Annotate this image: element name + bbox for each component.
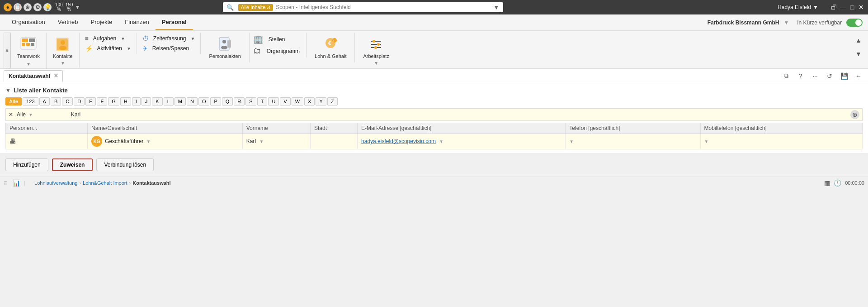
filter-value-input[interactable] (71, 111, 161, 118)
search-filter-btn[interactable]: Alle Inhalte ⊿ (238, 4, 273, 11)
gear-icon[interactable]: ⚙ (33, 3, 42, 11)
filter-dropdown-icon[interactable]: ▼ (28, 112, 33, 117)
tab-close-btn[interactable]: ✕ (54, 73, 58, 79)
alpha-btn-s[interactable]: S (245, 97, 256, 106)
email-link[interactable]: hadya.eisfeld@scopevisio.com (361, 138, 436, 144)
alpha-btn-m[interactable]: M (175, 97, 186, 106)
kontakte-btn[interactable]: Kontakte (50, 34, 75, 61)
alpha-btn-e[interactable]: E (85, 97, 96, 106)
email-dropdown[interactable]: ▼ (439, 139, 443, 144)
refresh-btn[interactable]: ↺ (824, 70, 835, 82)
alpha-btn-u[interactable]: U (268, 97, 279, 106)
table-row[interactable]: 🖶 KG Geschäftsführer ▼ Karl ▼ hadya.eisf… (6, 134, 863, 149)
nav-organisation[interactable]: Organisation (5, 15, 52, 30)
ribbon-expand-btn[interactable]: ▼ (853, 48, 864, 60)
zeiterfassung-btn[interactable]: Zeiterfassung (151, 34, 189, 43)
alpha-btn-r[interactable]: R (234, 97, 245, 106)
breadcrumb-1[interactable]: Lohnlaufverwaltung (34, 180, 77, 186)
lohn-gehalt-btn[interactable]: € ! Lohn & Gehalt (312, 34, 349, 61)
alpha-btn-h[interactable]: H (120, 97, 131, 106)
name-dropdown[interactable]: ▼ (146, 139, 151, 144)
telefon-dropdown[interactable]: ▼ (569, 139, 574, 144)
aktivitaeten-dropdown[interactable]: ▼ (127, 46, 131, 51)
search-input[interactable] (276, 4, 493, 10)
alpha-btn-l[interactable]: L (164, 97, 174, 106)
teamwork-btn[interactable]: Teamwork (14, 34, 42, 61)
aktivitaeten-btn[interactable]: Aktivitäten (94, 44, 125, 53)
alpha-btn-y[interactable]: Y (316, 97, 326, 106)
availability-toggle[interactable] (846, 19, 863, 27)
help-btn[interactable]: ? (795, 70, 807, 82)
organigramm-btn[interactable]: Organigramm (264, 47, 302, 55)
ribbon-side-expand[interactable]: ≡ (4, 33, 11, 68)
zeiterfassung-dropdown[interactable]: ▼ (191, 36, 195, 41)
alpha-btn-t[interactable]: T (257, 97, 268, 106)
ribbon-collapse-btn[interactable]: ▲ (853, 34, 864, 46)
alpha-btn-n[interactable]: N (187, 97, 198, 106)
back-btn[interactable]: ← (853, 70, 864, 82)
alpha-btn-w[interactable]: W (292, 97, 303, 106)
stellen-btn[interactable]: Stellen (266, 35, 288, 43)
mobil-dropdown[interactable]: ▼ (704, 139, 709, 144)
company-dropdown[interactable]: ▼ (783, 19, 789, 26)
dropdown-arrow[interactable]: ▼ (75, 4, 80, 10)
kontakte-dropdown[interactable]: ▼ (50, 61, 75, 66)
close-btn[interactable]: ✕ (858, 4, 864, 10)
aufgaben-btn[interactable]: Aufgaben (90, 34, 119, 43)
nav-finanzen[interactable]: Finanzen (118, 15, 155, 30)
alpha-btn-j[interactable]: J (142, 97, 151, 106)
alpha-btn-123[interactable]: 123 (23, 97, 38, 106)
table-view-icon[interactable]: ▦ (824, 179, 830, 187)
alpha-btn-v[interactable]: V (280, 97, 290, 106)
vorname-dropdown[interactable]: ▼ (259, 139, 264, 144)
minimize-btn[interactable]: — (840, 4, 846, 10)
more-btn[interactable]: ··· (809, 70, 821, 82)
chart-icon[interactable]: 📊 (13, 179, 20, 187)
bulb-icon[interactable]: 💡 (43, 3, 52, 11)
aufgaben-dropdown[interactable]: ▼ (121, 36, 125, 41)
add-icon[interactable]: ⊕ (24, 3, 32, 11)
alpha-btn-x[interactable]: X (304, 97, 315, 106)
stellen-row: 🏢 Stellen (253, 34, 302, 44)
filter-add-btn[interactable]: ⊕ (850, 110, 859, 119)
alpha-btn-k[interactable]: K (152, 97, 162, 106)
bottom-buttons: Hinzufügen Zuweisen Verbindung lösen (0, 153, 868, 177)
statusbar-left-icons: ≡ 📊 | (4, 179, 27, 187)
hinzufuegen-btn[interactable]: Hinzufügen (5, 158, 48, 171)
alpha-btn-q[interactable]: Q (222, 97, 233, 106)
zuweisen-btn[interactable]: Zuweisen (52, 158, 93, 171)
td-email[interactable]: hadya.eisfeld@scopevisio.com ▼ (358, 134, 566, 149)
filter-status-icon[interactable]: ≡ (4, 179, 7, 187)
search-bar[interactable]: 🔍 Alle Inhalte ⊿ ▼ (223, 2, 503, 12)
user-menu[interactable]: Hadya Eisfeld ▼ (778, 4, 818, 10)
alpha-btn-d[interactable]: D (74, 97, 85, 106)
alpha-btn-z[interactable]: Z (327, 97, 338, 106)
alpha-btn-f[interactable]: F (97, 97, 107, 106)
alpha-btn-c[interactable]: C (62, 97, 73, 106)
breadcrumb-2[interactable]: Lohn&Gehalt Import (83, 180, 127, 186)
nav-personal[interactable]: Personal (156, 15, 193, 30)
maximize-btn[interactable]: □ (849, 4, 855, 10)
alpha-btn-o[interactable]: O (198, 97, 210, 106)
copy-btn[interactable]: ⧉ (780, 70, 792, 82)
save-btn[interactable]: 💾 (838, 70, 850, 82)
nav-vertrieb[interactable]: Vertrieb (52, 15, 85, 30)
clipboard-icon[interactable]: 📋 (14, 3, 22, 11)
arbeitsplatz-btn[interactable]: Arbeitsplatz (360, 34, 392, 61)
alpha-btn-b[interactable]: B (51, 97, 61, 106)
alpha-btn-i[interactable]: I (132, 97, 141, 106)
arbeitsplatz-dropdown[interactable]: ▼ (374, 61, 378, 66)
verbindung-loesen-btn[interactable]: Verbindung lösen (96, 158, 154, 171)
reisen-btn[interactable]: Reisen/Spesen (150, 44, 192, 53)
alpha-btn-p[interactable]: P (210, 97, 221, 106)
nav-projekte[interactable]: Projekte (85, 15, 119, 30)
tab-kontaktauswahl[interactable]: Kontaktauswahl ✕ (4, 70, 63, 82)
alpha-btn-g[interactable]: G (108, 97, 119, 106)
section-header[interactable]: ▼ Liste aller Kontakte (5, 87, 863, 94)
alpha-btn-a[interactable]: A (39, 97, 50, 106)
personalakten-btn[interactable]: Personalakten (206, 34, 243, 61)
restore-btn[interactable]: 🗗 (831, 4, 837, 10)
alpha-btn-alle[interactable]: Alle (5, 97, 22, 106)
filter-remove-btn[interactable]: ✕ (9, 111, 13, 118)
search-dropdown-arrow[interactable]: ▼ (493, 4, 500, 11)
